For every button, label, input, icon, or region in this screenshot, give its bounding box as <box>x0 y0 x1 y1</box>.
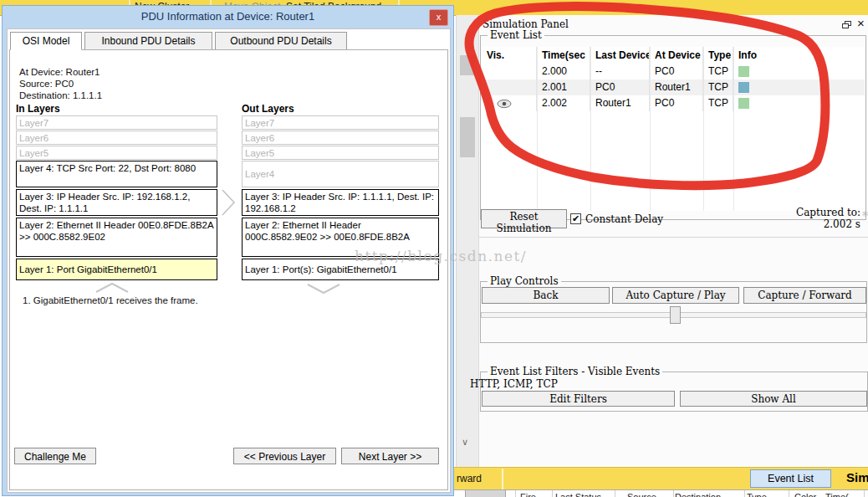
out-layer-6: Layer6 <box>242 131 439 145</box>
type-cell: TCP <box>703 95 733 111</box>
back-button[interactable]: Back <box>482 287 610 304</box>
time-cell: 2.000 <box>537 64 590 79</box>
pdu-column-header: Time( <box>825 492 849 497</box>
info-cell[interactable] <box>733 79 865 95</box>
eye-icon[interactable] <box>497 99 512 109</box>
in-layer-5: Layer5 <box>16 146 217 160</box>
in-layer-2[interactable]: Layer 2: Ethernet II Header 00E0.8FDE.8B… <box>16 218 217 257</box>
pdu-information-dialog: PDU Information at Device: Router1 x OSI… <box>2 5 454 496</box>
workspace-scrollbar[interactable]: ∨ <box>456 15 479 467</box>
auto-capture-play-button[interactable]: Auto Capture / Play <box>612 287 739 304</box>
divider <box>479 237 868 238</box>
tab-osi-model[interactable]: OSI Model <box>10 32 82 50</box>
simulation-panel: Simulation Panel × Event List Vis. Time(… <box>478 15 868 467</box>
partial-button-text: rward <box>457 473 482 484</box>
out-layer-4: Layer4 <box>242 161 439 187</box>
info-color-swatch[interactable] <box>738 82 749 93</box>
time-cell: 2.002 <box>537 95 590 111</box>
last-device-cell: Router1 <box>590 95 650 111</box>
speed-slider-thumb[interactable] <box>670 306 681 324</box>
pdu-column-header: Type <box>747 492 767 497</box>
close-panel-icon[interactable]: × <box>857 16 865 30</box>
event-table-header: Vis. Time(sec Last Device At Device Type… <box>482 47 865 64</box>
edit-filters-button[interactable]: Edit Filters <box>482 391 675 407</box>
frame-note-text: 1. GigabitEthernet0/1 receives the frame… <box>23 295 198 305</box>
last-device-cell: -- <box>590 64 650 79</box>
info-cell[interactable] <box>733 95 865 111</box>
close-icon[interactable]: x <box>429 9 448 26</box>
dialog-title: PDU Information at Device: Router1 <box>3 6 453 28</box>
at-device-cell: PC0 <box>650 95 703 111</box>
next-layer-button[interactable]: Next Layer >> <box>341 448 439 464</box>
info-color-swatch[interactable] <box>738 98 749 109</box>
column-header: Info <box>733 47 865 64</box>
float-window-icon[interactable] <box>842 21 852 29</box>
play-controls-label: Play Controls <box>488 275 561 287</box>
chevron-down-icon[interactable] <box>305 283 342 295</box>
out-layer-3[interactable]: Layer 3: IP Header Src. IP: 1.1.1.1, Des… <box>242 189 439 216</box>
chevron-up-icon[interactable] <box>94 281 130 294</box>
in-layer-3[interactable]: Layer 3: IP Header Src. IP: 192.168.1.2,… <box>16 189 217 216</box>
constant-delay-label: Constant Delay <box>585 213 663 225</box>
vis-cell[interactable] <box>482 79 537 95</box>
at-device-cell: Router1 <box>650 79 703 95</box>
type-cell: TCP <box>703 79 733 95</box>
in-layer-1[interactable]: Layer 1: Port GigabitEthernet0/1 <box>16 259 217 280</box>
info-color-swatch[interactable] <box>738 66 749 77</box>
scrollbar-button[interactable] <box>460 55 475 75</box>
divider <box>502 469 503 489</box>
previous-layer-button[interactable]: << Previous Layer <box>233 448 336 464</box>
pdu-list-header: Fire Last Status Source Destination Type… <box>454 489 868 497</box>
last-device-cell: PC0 <box>590 79 650 95</box>
column-header: Last Device <box>590 47 650 64</box>
pdu-column-header: Last Status <box>555 492 601 497</box>
show-all-button[interactable]: Show All <box>680 391 867 407</box>
at-device-text: At Device: Router1 <box>19 67 100 77</box>
in-layers-heading: In Layers <box>16 103 60 115</box>
in-layer-4[interactable]: Layer 4: TCP Src Port: 22, Dst Port: 808… <box>16 161 217 187</box>
column-header: Type <box>703 47 733 64</box>
column-header: Vis. <box>482 47 537 64</box>
event-row[interactable]: 2.002 Router1 PC0 TCP <box>482 95 865 111</box>
constant-delay-checkbox[interactable]: ✔ <box>570 213 581 224</box>
captured-to-value: 2.002 s <box>730 218 860 230</box>
pdu-column-header: Fire <box>520 492 536 497</box>
scrollbar-thumb[interactable] <box>460 117 475 157</box>
time-cell: 2.001 <box>537 79 590 95</box>
type-cell: TCP <box>703 64 733 79</box>
dialog-body: OSI Model Inbound PDU Details Outbound P… <box>7 28 451 493</box>
in-layer-7: Layer7 <box>16 115 217 130</box>
event-row[interactable]: 2.000 -- PC0 TCP <box>482 64 865 79</box>
filters-label: Event List Filters - Visible Events <box>488 366 662 377</box>
column-header: Time(sec <box>537 47 590 64</box>
event-row[interactable]: 2.001 PC0 Router1 TCP <box>482 79 865 95</box>
info-cell[interactable] <box>733 64 865 79</box>
tab-outbound-pdu-details[interactable]: Outbound PDU Details <box>215 32 347 50</box>
event-list-table[interactable]: Vis. Time(sec Last Device At Device Type… <box>482 47 865 211</box>
arrow-right-icon <box>221 188 237 217</box>
capture-forward-button[interactable]: Capture / Forward <box>743 287 866 304</box>
out-layer-1[interactable]: Layer 1: Port(s): GigabitEthernet0/1 <box>242 259 439 280</box>
pdu-list-button-fragment[interactable] <box>465 489 506 497</box>
out-layers-heading: Out Layers <box>242 103 294 115</box>
tab-inbound-pdu-details[interactable]: Inbound PDU Details <box>84 32 212 50</box>
realtime-simulation-bar: rward Event List Sim <box>454 467 868 490</box>
pdu-column-header: Color <box>794 492 816 497</box>
screen: New Cluster Move Object Set Tiled Backgr… <box>0 0 868 497</box>
simulation-panel-title: Simulation Panel <box>483 18 569 30</box>
column-header: At Device <box>650 47 703 64</box>
out-layer-2[interactable]: Layer 2: Ethernet II Header 000C.8582.9E… <box>242 218 439 257</box>
event-list-toggle-button[interactable]: Event List <box>750 469 831 488</box>
watermark-asterisk-icon: * <box>862 208 868 223</box>
out-layer-5: Layer5 <box>242 146 439 160</box>
reset-simulation-button[interactable]: Reset Simulation <box>481 209 567 228</box>
destination-text: Destination: 1.1.1.1 <box>19 90 102 100</box>
out-layer-7: Layer7 <box>242 115 439 130</box>
at-device-cell: PC0 <box>650 64 703 79</box>
vis-cell[interactable] <box>482 95 537 111</box>
source-text: Source: PC0 <box>19 79 74 89</box>
challenge-me-button[interactable]: Challenge Me <box>14 448 96 464</box>
chevron-down-icon[interactable]: ∨ <box>462 437 468 448</box>
vis-cell[interactable] <box>482 64 537 79</box>
visible-events-text: HTTP, ICMP, TCP <box>470 378 558 390</box>
